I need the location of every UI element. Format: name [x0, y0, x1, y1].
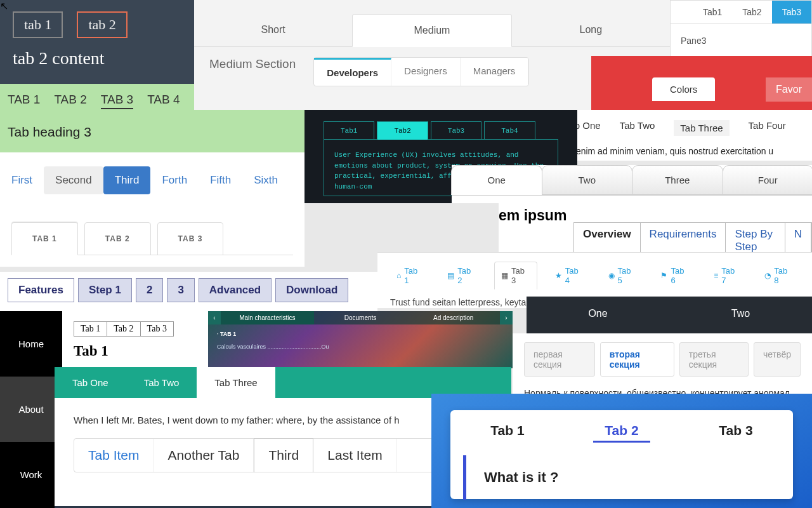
tab-download[interactable]: Download	[275, 278, 348, 302]
subtab[interactable]: Managers	[461, 58, 529, 86]
tab[interactable]: Sixth	[242, 166, 289, 194]
tab-content: tab 2 content	[13, 48, 181, 69]
pane-label: Pane3	[671, 24, 811, 57]
tab-long[interactable]: Long	[512, 14, 670, 46]
dark-two-tabs: One Two	[527, 297, 812, 333]
tab[interactable]: One	[451, 165, 542, 195]
tab[interactable]: ▤Tab 2	[441, 262, 483, 290]
tab-step3[interactable]: 3	[167, 278, 194, 302]
tab[interactable]: ≡Tab 7	[707, 262, 747, 290]
bordered-small-tabs: Tab 1 Tab 2 Tab 3 Tab 1	[62, 311, 208, 368]
tab[interactable]: Tab 2	[593, 420, 650, 443]
tab[interactable]: TAB 2	[84, 222, 151, 255]
tab[interactable]: Tab Three	[197, 367, 275, 398]
tab[interactable]: первая секция	[524, 342, 595, 377]
chevron-right-icon[interactable]: ›	[500, 311, 513, 324]
corner-tabs: Tab1 Tab2 Tab3 Pane3	[670, 0, 812, 64]
tab[interactable]: вторая секция	[600, 342, 674, 377]
tab[interactable]: Tab3	[772, 1, 811, 23]
tab[interactable]: Tab 2	[107, 321, 140, 337]
tab[interactable]: ▦Tab 3	[494, 262, 537, 290]
tab[interactable]: Main characteristics	[221, 311, 314, 324]
tab[interactable]: ★Tab 4	[549, 262, 591, 290]
flag-icon: ⚑	[660, 271, 667, 280]
tab-colors[interactable]: Colors	[652, 77, 715, 101]
tab-item[interactable]: Another Tab	[154, 439, 254, 472]
gradient-ribbon-tabs: ‹ Main characteristics Documents Ad desc…	[208, 311, 513, 368]
tab[interactable]: ◔Tab 8	[758, 262, 799, 290]
tab[interactable]: ⚑Tab 6	[654, 262, 696, 290]
tab-favorites[interactable]: Favor	[766, 77, 812, 102]
tab-advanced[interactable]: Advanced	[199, 278, 272, 302]
tab[interactable]: Tab Two	[126, 367, 197, 398]
nav-work[interactable]: Work	[0, 442, 62, 507]
tab[interactable]: Tab 3	[141, 321, 174, 337]
tab[interactable]: третья секция	[679, 342, 749, 377]
tab[interactable]: tab 1	[13, 11, 63, 38]
ordinal-tabs: First Second Third Forth Fifth Sixth	[0, 152, 304, 203]
lead-text: em ipsum	[499, 207, 566, 224]
tab[interactable]: Tab2	[732, 1, 771, 23]
doc-tabs: em ipsum Overview Requirements Step By S…	[499, 203, 812, 254]
tab[interactable]: TAB 1	[11, 222, 78, 255]
tab-item[interactable]: Last Item	[313, 439, 396, 472]
tab[interactable]: Ad description	[407, 311, 500, 324]
tab[interactable]: TAB 2	[54, 93, 86, 109]
tab-step2[interactable]: 2	[136, 278, 163, 302]
tab[interactable]: TAB 3	[157, 222, 224, 255]
nav-about[interactable]: About	[0, 377, 62, 442]
tab[interactable]: Tab 1	[479, 420, 535, 443]
tab[interactable]: Tab1	[324, 121, 374, 140]
tab[interactable]: Forth	[150, 166, 199, 194]
tab-item[interactable]: Third	[254, 438, 313, 472]
tab[interactable]: Two	[542, 165, 633, 195]
tab[interactable]: tab 2	[77, 11, 127, 38]
grid-icon: ▤	[447, 271, 454, 280]
tab-heading: Tab heading 3	[8, 124, 297, 140]
tab[interactable]: Third	[103, 166, 151, 194]
tab[interactable]: ◉Tab 5	[602, 262, 643, 290]
lorem-text: Ut enim ad minim veniam, quis nostrud ex…	[565, 146, 799, 156]
tab-step1[interactable]: Step 1	[78, 278, 132, 302]
subtabs: Developers Designers Managers	[313, 57, 529, 86]
tab[interactable]: Four	[723, 165, 813, 195]
tab[interactable]: Two	[669, 297, 812, 333]
tab[interactable]: Tab 3	[707, 420, 764, 443]
tab[interactable]: Tab One	[55, 367, 126, 398]
chevron-left-icon[interactable]: ‹	[208, 311, 221, 324]
tab[interactable]: First	[0, 166, 44, 194]
red-bar-tabs: Colors Favor	[591, 56, 812, 110]
tab[interactable]: Tab 1	[74, 321, 107, 337]
section-title: Medium Section	[209, 57, 296, 71]
tab[interactable]: Fifth	[199, 166, 242, 194]
cursor-icon: ↖	[0, 0, 8, 12]
story-text: When I left Mr. Bates, I went down to my…	[74, 415, 492, 425]
tab-medium[interactable]: Medium	[352, 14, 511, 47]
tab[interactable]: Tab Three	[674, 120, 729, 136]
tab[interactable]: Tab4	[484, 121, 535, 140]
tab[interactable]: ⌂Tab 1	[390, 262, 429, 290]
tab[interactable]: Tab1	[693, 1, 732, 23]
tab[interactable]: Tab2	[377, 121, 428, 140]
nav-home[interactable]: Home	[0, 311, 62, 377]
tab[interactable]: TAB 1	[8, 93, 40, 109]
tab[interactable]: четвёр	[754, 342, 801, 377]
tab[interactable]: Three	[632, 165, 723, 195]
tab[interactable]: Tab Two	[620, 120, 655, 136]
word-tabs: Tab One Tab Two Tab Three Tab Four Ut en…	[552, 110, 812, 161]
tab[interactable]: TAB 3	[101, 93, 133, 109]
tab[interactable]: TAB 4	[147, 93, 180, 109]
side-nav: Home About Work	[0, 311, 62, 508]
tab[interactable]: Second	[44, 166, 103, 194]
subtab[interactable]: Developers	[314, 58, 391, 86]
tab[interactable]: Documents	[314, 311, 407, 324]
tab-short[interactable]: Short	[194, 14, 352, 46]
tab[interactable]: Tab3	[431, 121, 481, 140]
tab-item[interactable]: Tab Item	[74, 439, 154, 472]
steps-tabs: Features Step 1 2 3 Advanced Download	[0, 272, 377, 311]
tab-features[interactable]: Features	[8, 278, 74, 302]
tab[interactable]: Tab Four	[749, 120, 786, 136]
tab-heading: Tab 1	[74, 343, 197, 359]
tab[interactable]: One	[527, 297, 669, 333]
subtab[interactable]: Designers	[391, 58, 461, 86]
